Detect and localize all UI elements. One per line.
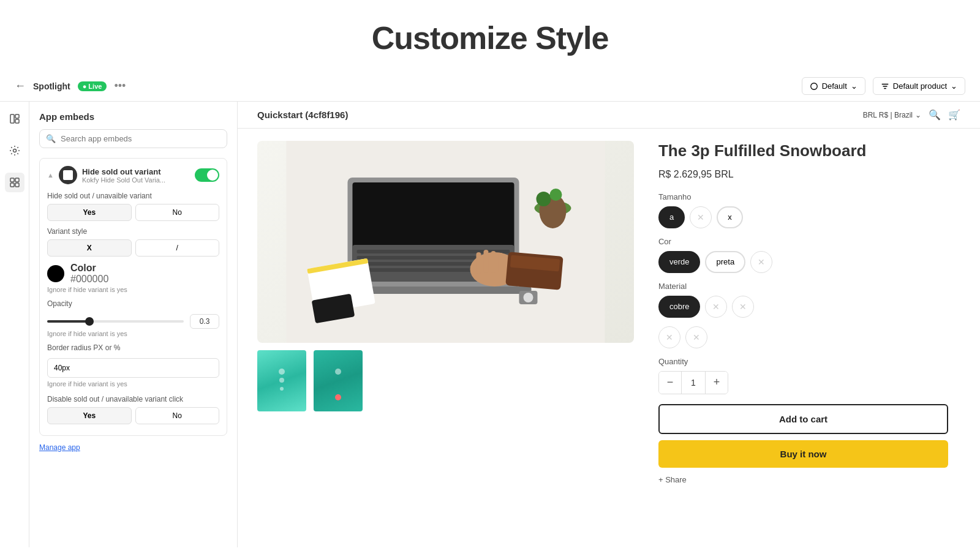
material-options: cobre ✕ ✕ <box>658 296 948 318</box>
color-option-label: Cor <box>658 237 948 246</box>
color-disabled-1: ✕ <box>750 251 772 273</box>
color-hex: #000000 <box>70 274 108 285</box>
quantity-control: − 1 + <box>658 371 728 394</box>
embed-collapse-icon[interactable]: ▲ <box>47 171 54 179</box>
default-chevron-icon: ⌄ <box>851 81 858 91</box>
variant-x-button[interactable]: X <box>47 239 132 257</box>
main-layout: App embeds 🔍 ▲ Hide sold out variant Kok… <box>0 102 980 547</box>
product-images <box>257 129 646 497</box>
embed-name: Hide sold out variant <box>82 167 165 176</box>
border-input[interactable] <box>47 358 219 378</box>
disable-yes-button[interactable]: Yes <box>47 407 132 424</box>
svg-point-32 <box>523 293 533 302</box>
qty-increase-button[interactable]: + <box>706 372 728 394</box>
sidebar: App embeds 🔍 ▲ Hide sold out variant Kok… <box>29 102 238 547</box>
thumb-dot3 <box>280 387 284 391</box>
embed-icon-inner <box>63 170 73 180</box>
material-label: Material <box>658 282 948 291</box>
search-icon: 🔍 <box>46 134 56 143</box>
embed-info: Hide sold out variant Kokfy Hide Sold Ou… <box>82 167 165 184</box>
material-options-2: ✕ ✕ <box>658 326 948 348</box>
color-swatch[interactable] <box>47 265 64 282</box>
material-disabled-1: ✕ <box>705 296 727 318</box>
svg-rect-20 <box>483 250 488 273</box>
currency-label: BRL R$ | Brazil <box>863 111 913 119</box>
search-box[interactable]: 🔍 <box>39 129 227 148</box>
color-info: Color #000000 <box>70 263 108 285</box>
svg-point-29 <box>536 192 551 206</box>
color-preta-button[interactable]: preta <box>705 251 745 273</box>
cart-icon[interactable]: 🛒 <box>948 109 960 121</box>
manage-app-link[interactable]: Manage app <box>39 443 227 452</box>
search-input[interactable] <box>61 134 221 143</box>
svg-rect-19 <box>476 252 481 274</box>
thumb-dot <box>279 369 285 375</box>
material-cobre-button[interactable]: cobre <box>658 296 701 318</box>
buy-now-button[interactable]: Buy it now <box>658 440 948 468</box>
variant-style-group: X / <box>47 239 219 257</box>
sidebar-item-layout[interactable] <box>5 109 24 129</box>
qty-decrease-button[interactable]: − <box>659 372 681 394</box>
product-layout: The 3p Fulfilled Snowboard R$ 2.629,95 B… <box>238 129 980 497</box>
more-options-button[interactable]: ••• <box>114 80 126 92</box>
opacity-slider[interactable] <box>47 320 184 323</box>
topbar-title: Spotlight <box>33 81 70 91</box>
share-button[interactable]: + Share <box>658 475 948 484</box>
disable-btn-group: Yes No <box>47 407 219 424</box>
opacity-value[interactable]: 0.3 <box>190 314 219 329</box>
store-name: Quickstart (4cf8f196) <box>257 110 348 120</box>
material-disabled-2: ✕ <box>732 296 754 318</box>
hide-no-button[interactable]: No <box>135 204 220 221</box>
page-title: Customize Style <box>0 0 980 71</box>
svg-rect-5 <box>10 178 14 182</box>
opacity-row: 0.3 <box>47 314 219 329</box>
quantity-value: 1 <box>681 372 706 394</box>
hide-btn-group: Yes No <box>47 204 219 221</box>
border-note: Ignore if hide variant is yes <box>47 380 219 388</box>
sidebar-item-apps[interactable] <box>5 173 24 192</box>
color-note: Ignore if hide variant is yes <box>47 286 219 293</box>
variant-slash-button[interactable]: / <box>135 239 220 257</box>
opacity-label: Opacity <box>47 299 219 308</box>
hide-yes-button[interactable]: Yes <box>47 204 132 221</box>
svg-rect-3 <box>15 119 19 123</box>
size-x-button[interactable]: x <box>717 206 743 228</box>
default-product-dropdown[interactable]: Default product ⌄ <box>873 77 965 95</box>
opacity-note: Ignore if hide variant is yes <box>47 330 219 337</box>
thumb-2[interactable] <box>314 350 363 411</box>
back-button[interactable]: ← <box>15 80 26 92</box>
left-nav <box>0 102 29 547</box>
add-to-cart-button[interactable]: Add to cart <box>658 404 948 434</box>
live-badge: ● Live <box>78 81 107 91</box>
default-product-label: Default product <box>893 81 947 91</box>
sidebar-item-settings[interactable] <box>5 141 24 160</box>
size-a-button[interactable]: a <box>658 206 685 228</box>
thumb-1[interactable] <box>257 350 306 411</box>
hide-label: Hide sold out / unavaible variant <box>47 192 219 200</box>
product-price: R$ 2.629,95 BRL <box>658 169 948 180</box>
main-product-image <box>257 141 634 343</box>
desk-scene-svg <box>257 141 634 343</box>
svg-rect-8 <box>15 183 19 187</box>
form-section: Hide sold out / unavaible variant Yes No… <box>47 192 219 424</box>
color-verde-button[interactable]: verde <box>658 251 701 273</box>
currency-selector[interactable]: BRL R$ | Brazil ⌄ <box>863 111 921 119</box>
embed-toggle[interactable] <box>195 168 219 182</box>
slider-fill <box>47 320 88 323</box>
store-top-right: BRL R$ | Brazil ⌄ 🔍 🛒 <box>863 109 960 121</box>
size-label: Tamanho <box>658 192 948 201</box>
product-title: The 3p Fulfilled Snowboard <box>658 141 948 162</box>
quantity-row: − 1 + <box>658 371 948 394</box>
slider-thumb[interactable] <box>85 317 94 326</box>
svg-point-0 <box>810 83 817 89</box>
svg-point-30 <box>549 189 562 201</box>
disable-no-button[interactable]: No <box>135 407 220 424</box>
border-label: Border radius PX or % <box>47 343 219 352</box>
preview-panel: Quickstart (4cf8f196) BRL R$ | Brazil ⌄ … <box>238 102 980 547</box>
default-dropdown[interactable]: Default ⌄ <box>802 77 865 95</box>
disable-label: Disable sold out / unavailable variant c… <box>47 395 219 403</box>
quantity-label: Quantity <box>658 357 948 366</box>
embed-item-left: ▲ Hide sold out variant Kokfy Hide Sold … <box>47 166 165 184</box>
search-store-icon[interactable]: 🔍 <box>929 109 941 121</box>
sidebar-title: App embeds <box>39 111 227 122</box>
